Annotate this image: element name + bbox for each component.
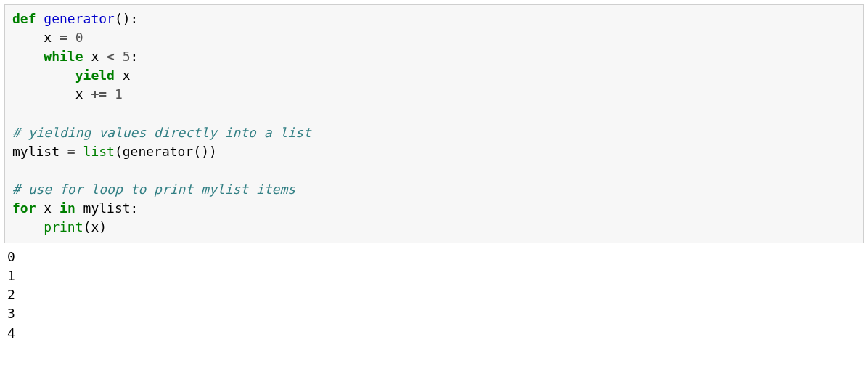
output-line: 2 [7, 287, 15, 302]
output-block: 0 1 2 3 4 [4, 248, 864, 342]
operator-assign: = [67, 144, 75, 159]
keyword-def: def [12, 11, 36, 26]
func-name: generator [44, 11, 115, 26]
keyword-for: for [12, 200, 36, 216]
comment: # use for loop to print mylist items [12, 182, 295, 197]
var-mylist: mylist [83, 200, 131, 216]
builtin-print: print [44, 219, 83, 235]
indent [12, 86, 75, 102]
var-x: x [44, 30, 60, 45]
space [115, 49, 123, 64]
output-line: 1 [7, 268, 15, 283]
func-call: generator [123, 144, 194, 159]
space [107, 86, 115, 102]
space [75, 200, 83, 216]
call-args: ()) [193, 144, 217, 159]
colon: : [131, 49, 139, 64]
number-one: 1 [115, 86, 123, 102]
var-x: x [91, 49, 107, 64]
space [67, 30, 75, 45]
space [36, 11, 44, 26]
colon: : [131, 200, 139, 216]
indent [12, 68, 75, 83]
operator-assign: = [60, 30, 67, 45]
var-mylist: mylist [12, 144, 67, 159]
paren-colon: (): [115, 11, 139, 26]
arg-x: x [91, 219, 99, 235]
var-x: x [123, 68, 131, 83]
var-x: x [44, 200, 60, 216]
indent [12, 219, 44, 235]
code-block: def generator(): x = 0 while x < 5: yiel… [4, 4, 864, 243]
output-line: 0 [7, 249, 15, 264]
space [75, 144, 83, 159]
code-content: def generator(): x = 0 while x < 5: yiel… [12, 11, 311, 235]
indent [12, 49, 44, 64]
output-line: 4 [7, 325, 15, 341]
operator-lt: < [107, 49, 115, 64]
lparen: ( [115, 144, 123, 159]
output-line: 3 [7, 306, 15, 321]
space [36, 200, 44, 216]
number-zero: 0 [75, 30, 83, 45]
space [83, 49, 91, 64]
var-x: x [75, 86, 91, 102]
keyword-yield: yield [75, 68, 115, 83]
space [115, 68, 123, 83]
keyword-in: in [60, 200, 75, 216]
number-five: 5 [123, 49, 131, 64]
indent [12, 30, 44, 45]
keyword-while: while [44, 49, 83, 64]
lparen: ( [83, 219, 91, 235]
operator-plusassign: += [91, 86, 107, 102]
builtin-list: list [83, 144, 115, 159]
comment: # yielding values directly into a list [12, 125, 311, 140]
rparen: ) [99, 219, 107, 235]
